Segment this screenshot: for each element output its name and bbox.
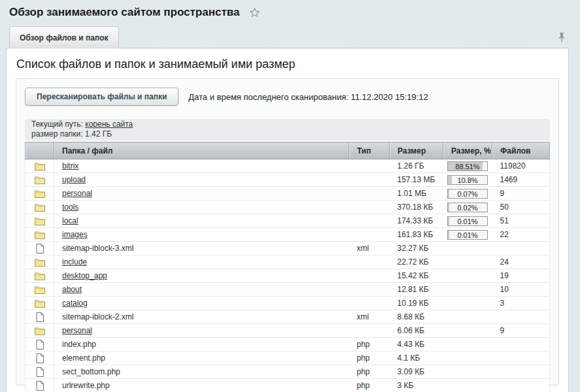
- pin-icon[interactable]: [558, 32, 566, 43]
- row-files-cell: 24: [492, 255, 550, 269]
- rescan-button[interactable]: Пересканировать файлы и папки: [25, 88, 179, 106]
- percent-bar-label: 88.51%: [448, 162, 487, 171]
- folder-link[interactable]: catalog: [62, 299, 88, 308]
- percent-bar-label: 10.8%: [448, 176, 487, 185]
- row-name-cell: include include: [54, 255, 349, 269]
- row-icon-cell: [26, 255, 54, 269]
- table-row: catalog catalog 10.19 КБ 3: [26, 297, 550, 310]
- folder-icon: [35, 258, 45, 267]
- folder-link[interactable]: desktop_app: [62, 271, 107, 280]
- favorite-star-icon[interactable]: [249, 7, 260, 18]
- folder-icon: [35, 217, 45, 225]
- file-icon: [36, 312, 44, 322]
- row-files-cell: 51: [492, 214, 550, 228]
- last-scan-label: Дата и время последнего сканирования:: [188, 92, 349, 102]
- tab-files-overview[interactable]: Обзор файлов и папок: [9, 26, 119, 48]
- row-percent-cell: [443, 283, 492, 297]
- file-icon: [36, 367, 44, 377]
- current-path-line: Текущий путь: корень сайта: [31, 120, 543, 129]
- file-name: sitemap-iblock-3.xml: [62, 244, 133, 253]
- folder-link[interactable]: include: [62, 257, 87, 267]
- row-files-cell: 50: [492, 201, 550, 214]
- folder-link[interactable]: personal: [62, 189, 92, 198]
- percent-bar-label: 0.01%: [448, 217, 487, 226]
- percent-bar-label: 0.07%: [448, 189, 487, 199]
- row-files-cell: 9: [492, 324, 550, 338]
- row-size-cell: 3 КБ: [390, 379, 443, 392]
- table-row: urlrewrite.php urlrewrite.php php 3 КБ: [26, 379, 550, 392]
- row-size-cell: 6.06 КБ: [390, 324, 443, 338]
- row-percent-cell: 0.02%: [443, 201, 492, 214]
- file-name: index.php: [62, 340, 96, 349]
- row-files-cell: 3: [492, 297, 550, 310]
- row-percent-cell: 0.07%: [443, 187, 492, 201]
- row-name-cell: local local: [54, 214, 349, 228]
- row-type-cell: [349, 173, 390, 187]
- row-percent-cell: [443, 379, 492, 392]
- row-type-cell: [349, 187, 390, 201]
- folder-link[interactable]: local: [62, 216, 78, 225]
- folder-link[interactable]: tools: [62, 203, 78, 212]
- column-files: Файлов: [492, 142, 550, 159]
- folder-link[interactable]: personal: [62, 326, 92, 335]
- percent-bar-label: 0.02%: [448, 203, 487, 212]
- table-body: bitrix bitrix 1.26 ГБ 88.51% 119820 uplo…: [26, 159, 550, 392]
- row-type-cell: php: [349, 351, 390, 365]
- column-icon: [26, 142, 54, 159]
- row-name-cell: images images: [54, 228, 349, 242]
- row-size-cell: 15.42 КБ: [390, 269, 443, 283]
- page-title: Обзор занимаемого сайтом пространства: [9, 6, 239, 19]
- row-percent-cell: [443, 351, 492, 365]
- row-type-cell: xml: [349, 242, 390, 255]
- file-name: sect_bottom.php: [62, 367, 120, 376]
- row-type-cell: xml: [349, 310, 390, 324]
- table-row: element.php element.php php 4.1 КБ: [26, 351, 550, 365]
- table-row: images images 161.83 КБ 0.01% 22: [26, 228, 550, 242]
- row-name-cell: element.php element.php: [54, 351, 349, 365]
- content-panel: Список файлов и папок и занимаемый ими р…: [6, 48, 569, 392]
- row-files-cell: [492, 310, 550, 324]
- files-table-header: Папка / файл Тип Размер Размер, % Файлов: [26, 142, 550, 159]
- column-size: Размер: [390, 142, 443, 159]
- site-root-link[interactable]: корень сайта: [85, 120, 133, 129]
- row-icon-cell: [26, 214, 54, 228]
- row-files-cell: [492, 365, 550, 379]
- column-percent: Размер, %: [443, 142, 492, 159]
- row-icon-cell: [26, 201, 54, 214]
- last-scan-info: Дата и время последнего сканирования: 11…: [188, 92, 428, 102]
- row-percent-cell: [443, 255, 492, 269]
- row-size-cell: 32.27 КБ: [390, 242, 443, 255]
- row-name-cell: about about: [54, 283, 349, 297]
- folder-icon: [35, 299, 45, 308]
- row-icon-cell: [26, 297, 54, 310]
- page-header: Обзор занимаемого сайтом пространства: [0, 0, 580, 20]
- folder-icon: [35, 189, 45, 198]
- row-percent-cell: 10.8%: [443, 173, 492, 187]
- folder-link[interactable]: images: [62, 230, 88, 239]
- row-size-cell: 4.43 КБ: [390, 338, 443, 351]
- row-name-cell: catalog catalog: [54, 297, 349, 310]
- table-row: sect_bottom.php sect_bottom.php php 3.09…: [26, 365, 550, 379]
- files-table: Папка / файл Тип Размер Размер, % Файлов…: [25, 142, 550, 392]
- folder-icon: [35, 162, 45, 171]
- column-type: Тип: [349, 142, 390, 159]
- row-type-cell: [349, 283, 390, 297]
- folder-link[interactable]: about: [62, 285, 82, 294]
- folder-icon: [35, 327, 45, 335]
- table-row: local local 174.33 КБ 0.01% 51: [26, 214, 550, 228]
- row-icon-cell: [26, 365, 54, 379]
- row-name-cell: bitrix bitrix: [54, 159, 349, 173]
- column-name: Папка / файл: [54, 142, 349, 159]
- table-row: sitemap-iblock-2.xml sitemap-iblock-2.xm…: [26, 310, 550, 324]
- folder-link[interactable]: upload: [62, 175, 86, 184]
- row-percent-cell: 0.01%: [443, 214, 492, 228]
- row-files-cell: 19: [492, 269, 550, 283]
- row-size-cell: 22.72 КБ: [390, 255, 443, 269]
- percent-bar: 10.8%: [447, 175, 488, 185]
- folder-link[interactable]: bitrix: [62, 161, 78, 171]
- row-size-cell: 1.26 ГБ: [390, 159, 443, 173]
- folder-icon: [35, 272, 45, 280]
- row-type-cell: [349, 324, 390, 338]
- row-size-cell: 3.09 КБ: [390, 365, 443, 379]
- table-row: desktop_app desktop_app 15.42 КБ 19: [26, 269, 550, 283]
